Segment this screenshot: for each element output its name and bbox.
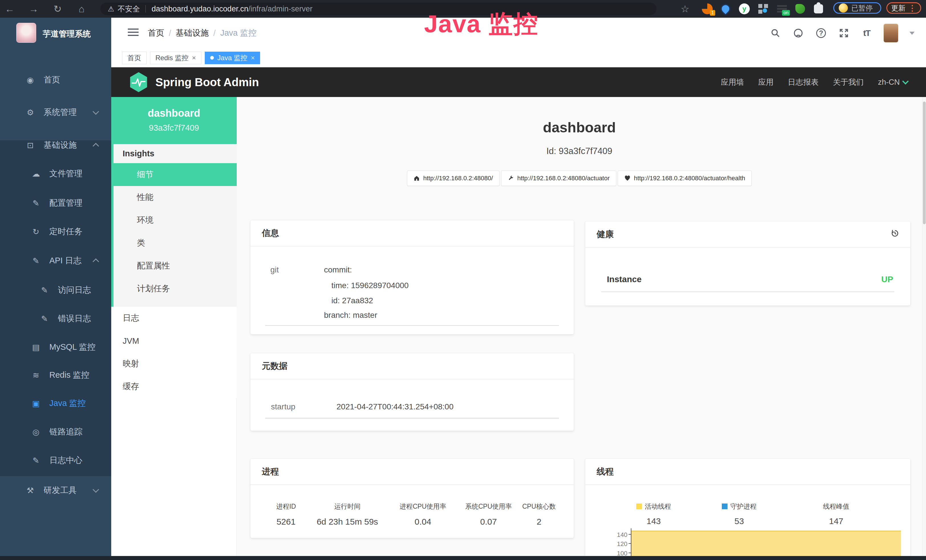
sba-app-name: dashboard <box>111 107 237 119</box>
sba-menu-label: 日志 <box>123 312 139 324</box>
actuator-url-button[interactable]: http://192.168.0.2:48080/actuator <box>501 171 616 186</box>
sidebar-item-redis-monitor[interactable]: ≋ Redis 监控 <box>0 362 111 388</box>
url-path: /infra/admin-server <box>248 5 313 14</box>
sidebar-item-trace[interactable]: ◎ 链路追踪 <box>0 419 111 445</box>
eye-icon: ◎ <box>30 427 42 437</box>
avatar-caret-down-icon[interactable] <box>909 32 915 35</box>
sba-nav-applications[interactable]: 应用 <box>758 77 773 87</box>
user-avatar[interactable] <box>884 24 898 42</box>
extension-search-leaf-icon[interactable] <box>794 3 806 15</box>
sba-nav-journal[interactable]: 日志报表 <box>788 77 819 87</box>
extension-y-icon[interactable]: y <box>738 3 750 15</box>
card-title: 元数据 <box>262 360 287 372</box>
fullscreen-icon[interactable] <box>838 27 850 39</box>
metadata-card: 元数据 startup 2021-04-27T00:44:31.254+08:0… <box>250 353 574 431</box>
service-url-button[interactable]: http://192.168.0.2:48080/ <box>407 171 500 186</box>
browser-menu-dots-icon[interactable]: ⋮ <box>908 3 916 13</box>
extension-colorzilla-icon[interactable]: 1 <box>701 3 714 15</box>
sidebar-item-mysql-monitor[interactable]: ▤ MySQL 监控 <box>0 334 111 360</box>
toolbox-icon: ⚒ <box>24 486 36 495</box>
col-header: 进程CPU使用率 <box>389 502 457 511</box>
close-icon[interactable]: × <box>192 54 196 61</box>
threads-stat-live: 活动线程 <box>614 502 694 511</box>
tab-home[interactable]: 首页 <box>122 51 147 64</box>
forward-icon[interactable]: → <box>26 0 42 18</box>
sidebar-item-file-management[interactable]: ☁ 文件管理 <box>0 161 111 186</box>
tick-mark <box>629 534 631 534</box>
extension-switch-icon[interactable]: on <box>776 3 788 15</box>
sba-nav-wallboard[interactable]: 应用墙 <box>721 77 744 87</box>
font-size-icon[interactable]: tT <box>861 27 872 39</box>
sba-menu-label: 细节 <box>137 169 153 180</box>
sba-menu-label: 环境 <box>137 215 153 226</box>
tab-redis-monitor[interactable]: Redis 监控 × <box>150 51 201 64</box>
github-icon[interactable] <box>793 27 804 39</box>
sba-menu-logs[interactable]: 日志 <box>111 307 237 330</box>
scrollbar-thumb[interactable] <box>923 101 926 224</box>
app-logo-row[interactable]: 芋道管理系统 <box>0 18 111 69</box>
sidebar-item-access-logs[interactable]: ✎ 访问日志 <box>0 277 111 303</box>
sba-menu-caches[interactable]: 缓存 <box>111 375 237 398</box>
reload-icon[interactable]: ↻ <box>50 0 66 18</box>
search-icon[interactable] <box>770 27 781 39</box>
sidebar-item-log-center[interactable]: ✎ 日志中心 <box>0 448 111 473</box>
sba-menu-metrics[interactable]: 性能 <box>113 186 237 209</box>
heartbeat-icon <box>624 175 631 182</box>
card-title: 健康 <box>597 229 614 240</box>
chevron-down-icon <box>902 78 909 85</box>
close-icon[interactable]: × <box>251 54 255 61</box>
sidebar-item-error-logs[interactable]: ✎ 错误日志 <box>0 306 111 331</box>
sidebar-item-dev-tools[interactable]: ⚒ 研发工具 <box>0 478 111 503</box>
update-label: 更新 <box>891 3 905 13</box>
sba-nav-about[interactable]: 关于我们 <box>833 77 864 87</box>
sidebar-item-label: 链路追踪 <box>49 426 82 437</box>
sba-menu-environment[interactable]: 环境 <box>113 209 237 232</box>
sidebar-item-api-logs[interactable]: ✎ API 日志 <box>0 248 111 274</box>
sidebar-item-java-monitor[interactable]: ▣ Java 监控 <box>0 390 111 416</box>
sba-selected-application[interactable]: dashboard 93a3fc7f7409 <box>111 97 237 144</box>
sba-locale-select[interactable]: zh-CN <box>878 78 908 87</box>
sba-menu-scheduled-tasks[interactable]: 计划任务 <box>113 277 237 300</box>
update-browser-button[interactable]: 更新 ⋮ <box>887 2 921 14</box>
sidebar-item-infrastructure[interactable]: ⊡ 基础设施 <box>0 132 111 158</box>
extension-badge-count: 1 <box>710 10 715 16</box>
bookmark-star-icon[interactable]: ☆ <box>677 0 693 18</box>
sidebar-item-label: MySQL 监控 <box>49 342 95 353</box>
sba-menu-details[interactable]: 细节 <box>113 163 237 186</box>
extension-pin-icon[interactable] <box>719 3 732 15</box>
page-scrollbar[interactable] <box>922 97 926 556</box>
stat-label: 线程峰值 <box>823 502 849 510</box>
help-icon[interactable]: ? <box>816 27 827 39</box>
sba-menu-jvm[interactable]: JVM <box>111 330 237 352</box>
chevron-down-icon <box>93 108 99 115</box>
layers-icon: ≋ <box>30 371 42 380</box>
cloud-upload-icon: ☁ <box>30 169 42 179</box>
extension-grid-icon[interactable] <box>757 3 769 15</box>
sidebar-item-system-management[interactable]: ⚙ 系统管理 <box>0 100 111 125</box>
breadcrumb-home[interactable]: 首页 <box>148 27 164 39</box>
log-edit-icon: ✎ <box>30 256 42 266</box>
address-bar[interactable]: ⚠ 不安全 dashboard.yudao.iocoder.cn /infra/… <box>100 3 657 15</box>
row-divider <box>265 418 559 419</box>
active-tab-dot <box>210 56 214 60</box>
breadcrumb-infrastructure[interactable]: 基础设施 <box>176 27 209 39</box>
profile-paused-pill[interactable]: 已暂停 <box>833 2 881 14</box>
sidebar-item-home[interactable]: ◉ 首页 <box>0 67 111 93</box>
back-icon[interactable]: ← <box>2 0 18 18</box>
health-url: http://192.168.0.2:48080/actuator/health <box>634 175 745 182</box>
collapse-sidebar-icon[interactable] <box>128 29 139 38</box>
sba-menu-classes[interactable]: 类 <box>113 232 237 254</box>
live-threads-value: 143 <box>614 516 694 526</box>
sba-menu-config-props[interactable]: 配置属性 <box>113 254 237 277</box>
health-url-button[interactable]: http://192.168.0.2:48080/actuator/health <box>618 171 752 186</box>
sidebar-item-scheduled-tasks[interactable]: ↻ 定时任务 <box>0 219 111 244</box>
sba-brand[interactable]: Spring Boot Admin <box>129 67 259 97</box>
extensions-puzzle-icon[interactable] <box>812 3 825 15</box>
sba-menu-mappings[interactable]: 映射 <box>111 352 237 375</box>
sidebar-item-config-management[interactable]: ✎ 配置管理 <box>0 190 111 216</box>
health-history-icon[interactable] <box>890 229 899 240</box>
home-icon[interactable]: ⌂ <box>74 0 89 18</box>
breadcrumb-separator: / <box>213 29 216 38</box>
stat-label: 守护进程 <box>730 502 757 510</box>
tab-java-monitor[interactable]: Java 监控 × <box>205 51 260 64</box>
